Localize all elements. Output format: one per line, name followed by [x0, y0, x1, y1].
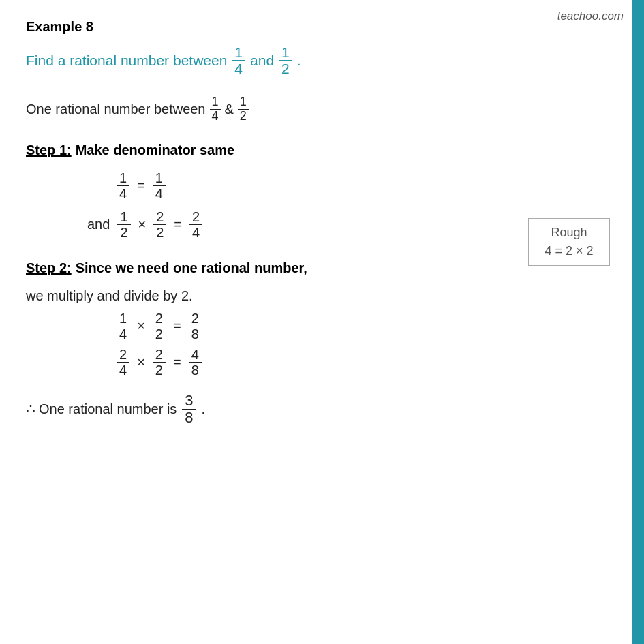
step2-eq1-f2: 2 2 [153, 311, 166, 341]
step1-eq2-rhs: 2 4 [189, 209, 202, 240]
question-text-end: . [297, 50, 301, 70]
conclusion-text: One rational number is [39, 401, 177, 417]
step2-eq2-rhs: 4 8 [189, 347, 202, 378]
intro-frac2-den: 2 [238, 110, 249, 123]
conclusion-text-end: . [202, 401, 206, 417]
question-frac1: 1 4 [232, 44, 245, 76]
step1-eq1-lhs-den: 4 [117, 186, 129, 201]
step2-text1: Since we need one rational number, [76, 260, 307, 276]
question-text-between: and [250, 50, 274, 70]
conclusion-frac-num: 3 [182, 393, 196, 410]
example-title: Example 8 [26, 19, 593, 35]
step2-eq1-f1-den: 4 [117, 326, 129, 341]
question-frac2-den: 2 [279, 61, 292, 76]
rough-equation: 4 = 2 × 2 [541, 244, 597, 258]
question-frac1-num: 1 [232, 44, 245, 61]
step2-eq2-f2: 2 2 [153, 347, 166, 378]
step2-eq2-times: × [137, 347, 145, 377]
step1-eq2-f2-den: 2 [153, 225, 166, 240]
question-frac2-num: 1 [279, 44, 292, 61]
step1-eq2-f1-num: 1 [117, 209, 130, 225]
step1-eq2-rhs-den: 4 [189, 225, 202, 240]
step1-eq1: 1 4 = 1 4 [114, 170, 593, 201]
step1-eq2-f1: 1 2 [117, 209, 130, 240]
conclusion: ∴ One rational number is 3 8 . [26, 393, 593, 426]
conclusion-frac: 3 8 [182, 393, 196, 426]
step1-eq2-f1-den: 2 [117, 225, 130, 240]
intro-symbol: & [225, 102, 234, 117]
step2-eq2: 2 4 × 2 2 = 4 8 [114, 347, 593, 378]
step1-eq2-f2-num: 2 [153, 209, 166, 225]
intro-frac2-num: 1 [238, 95, 249, 110]
step1-eq2-f2: 2 2 [153, 209, 166, 240]
step1-label: Step 1: [26, 142, 72, 158]
question-frac2: 1 2 [279, 44, 292, 76]
step1-eq2-prefix: and [87, 217, 110, 232]
step1-section: Step 1: Make denominator same 1 4 = 1 4 … [26, 142, 593, 240]
step1-eq1-lhs-num: 1 [117, 170, 129, 186]
step1-heading: Step 1: Make denominator same [26, 142, 593, 158]
step2-eq1-rhs-den: 8 [189, 326, 202, 341]
step1-eq1-rhs-num: 1 [153, 170, 166, 186]
main-content: Example 8 Find a rational number between… [0, 0, 627, 446]
step2-eq1-f2-den: 2 [153, 326, 166, 341]
step1-eq2: and 1 2 × 2 2 = 2 4 [87, 209, 593, 240]
step2-eq1-rhs-num: 2 [189, 311, 202, 326]
step2-eq1: 1 4 × 2 2 = 2 8 [114, 311, 593, 341]
step1-eq1-lhs: 1 4 [117, 170, 129, 201]
step1-eq2-times1: × [138, 217, 147, 232]
question-line: Find a rational number between 1 4 and 1… [26, 44, 593, 76]
intro-text: One rational number between [26, 102, 206, 117]
step2-eq1-times: × [137, 311, 145, 341]
question-text-before: Find a rational number between [26, 50, 227, 70]
intro-line: One rational number between 1 4 & 1 2 [26, 95, 593, 123]
step2-eq2-f1-den: 4 [117, 363, 129, 378]
step2-eq2-rhs-num: 4 [189, 347, 202, 363]
intro-frac1-den: 4 [210, 110, 221, 123]
step2-eq1-rhs: 2 8 [189, 311, 202, 341]
step2-eq2-f1: 2 4 [117, 347, 129, 378]
step1-description: Make denominator same [76, 142, 234, 158]
step2-section: Step 2: Since we need one rational numbe… [26, 260, 593, 378]
step2-eq2-f2-den: 2 [153, 363, 166, 378]
step2-text2: we multiply and divide by 2. [26, 288, 593, 304]
step2-eq1-f2-num: 2 [153, 311, 166, 326]
step2-eq1-f1: 1 4 [117, 311, 129, 341]
intro-frac1: 1 4 [210, 95, 221, 123]
right-bar [632, 0, 644, 644]
question-frac1-den: 4 [232, 61, 245, 76]
step2-heading: Step 2: Since we need one rational numbe… [26, 260, 593, 276]
rough-title: Rough [541, 226, 597, 240]
step1-eq2-rhs-num: 2 [189, 209, 202, 225]
intro-frac1-num: 1 [210, 95, 221, 110]
step2-eq2-f2-num: 2 [153, 347, 166, 363]
brand-logo: teachoo.com [557, 10, 624, 23]
step1-eq1-rhs: 1 4 [153, 170, 166, 201]
step2-eq1-equals: = [173, 311, 181, 341]
rough-box: Rough 4 = 2 × 2 [528, 218, 610, 266]
step1-eq1-equals: = [137, 172, 145, 199]
step2-eq2-f1-num: 2 [117, 347, 129, 363]
step2-eq2-rhs-den: 8 [189, 363, 202, 378]
step1-eq2-equals: = [174, 217, 182, 232]
step2-label: Step 2: [26, 260, 72, 276]
step2-eq1-f1-num: 1 [117, 311, 129, 326]
conclusion-frac-den: 8 [182, 410, 196, 426]
therefore-symbol: ∴ [26, 400, 35, 418]
step1-eq1-rhs-den: 4 [153, 186, 166, 201]
intro-frac2: 1 2 [238, 95, 249, 123]
step2-eq2-equals: = [173, 347, 181, 377]
